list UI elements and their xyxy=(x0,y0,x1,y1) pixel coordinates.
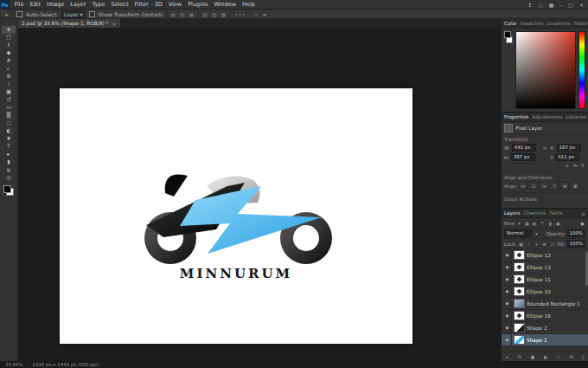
visibility-eye-icon[interactable]: ◉ xyxy=(503,298,512,309)
layer-row[interactable]: ◉ Ellipse 13 xyxy=(502,261,588,274)
brush-tool[interactable]: / xyxy=(2,81,16,88)
minimize-button[interactable]: – xyxy=(559,2,562,8)
lock-transparent-icon[interactable]: ▦ xyxy=(518,242,524,247)
opacity-field[interactable]: 100% xyxy=(567,229,585,237)
layer-row[interactable]: ◉ Rounded Rectangle 1 xyxy=(502,298,588,310)
tab-paths[interactable]: Paths xyxy=(549,210,562,216)
search-icon[interactable]: ○ xyxy=(538,2,542,8)
align-left-edges-icon[interactable]: ⊢ xyxy=(519,182,527,190)
layer-thumbnail[interactable] xyxy=(514,274,525,284)
tab-libraries[interactable]: Libraries xyxy=(566,114,586,119)
menu-edit[interactable]: Edit xyxy=(27,0,44,9)
visibility-eye-icon[interactable]: ◉ xyxy=(503,249,512,261)
visibility-eye-icon[interactable]: ◉ xyxy=(503,310,512,321)
menu-view[interactable]: View xyxy=(165,0,184,9)
filter-shape-icon[interactable]: ▮ xyxy=(547,221,553,226)
delete-layer-icon[interactable]: ▯ xyxy=(582,354,585,359)
color-swatches[interactable] xyxy=(3,185,14,196)
document-tab[interactable]: 2.psd @ 33.6% (Shape 1, RGB/8) * × xyxy=(17,19,121,28)
align-horizontal-centers-icon[interactable]: ⊥ xyxy=(529,182,538,190)
distribute-even-icon[interactable]: ▩ xyxy=(221,11,227,17)
layer-thumbnail[interactable] xyxy=(514,335,525,345)
lock-position-icon[interactable]: + xyxy=(534,242,540,247)
panel-menu-icon[interactable]: ≡ xyxy=(581,210,585,216)
filter-kind-label[interactable]: Kind xyxy=(504,221,514,226)
visibility-eye-icon[interactable]: ◉ xyxy=(503,274,512,285)
pen-tool[interactable]: ♦ xyxy=(2,135,16,143)
y-field[interactable]: 611 px xyxy=(555,153,579,161)
visibility-eye-icon[interactable]: ◉ xyxy=(503,322,512,333)
height-field[interactable]: 387 px xyxy=(511,153,535,161)
layer-style-fx-icon[interactable]: fx xyxy=(518,354,522,359)
align-left-icon[interactable]: ▤ xyxy=(170,11,176,17)
tab-channels[interactable]: Channels xyxy=(524,210,546,216)
lock-pixels-icon[interactable]: / xyxy=(526,242,532,247)
align-right-edges-icon[interactable]: ⊣ xyxy=(540,182,548,190)
layer-thumbnail[interactable] xyxy=(514,299,525,308)
layer-row[interactable]: ◉ Ellipse 10 xyxy=(502,286,588,298)
distribute-vertical-icon[interactable]: ▨ xyxy=(212,11,218,17)
filter-adjustment-icon[interactable]: ◐ xyxy=(532,221,538,226)
lock-all-icon[interactable]: ⋂ xyxy=(549,242,555,247)
distribute-horizontal-icon[interactable]: ▧ xyxy=(202,11,208,17)
hand-tool[interactable]: ψ xyxy=(2,166,16,174)
menu-image[interactable]: Image xyxy=(43,0,67,9)
blend-mode-dropdown[interactable]: Normal xyxy=(504,229,532,237)
hue-slider[interactable] xyxy=(578,31,585,109)
menu-plugins[interactable]: Plugins xyxy=(185,0,211,9)
clone-stamp-tool[interactable]: ▣ xyxy=(2,88,16,96)
filter-pixel-icon[interactable]: ▦ xyxy=(524,221,530,226)
flip-vertical-icon[interactable]: ⇅ xyxy=(580,163,585,168)
visibility-eye-icon[interactable]: ◉ xyxy=(503,334,512,345)
lock-artboard-icon[interactable]: ⊞ xyxy=(541,242,547,247)
visibility-eye-icon[interactable]: ◉ xyxy=(503,286,512,297)
healing-brush-tool[interactable]: ⊕ xyxy=(2,73,16,81)
tab-color[interactable]: Color xyxy=(504,21,517,26)
gradient-tool[interactable]: ▒ xyxy=(2,112,16,119)
layer-row-selected[interactable]: ◉ Shape 1 xyxy=(502,334,588,346)
align-vertical-centers-icon[interactable]: ≡ xyxy=(560,182,569,190)
eyedropper-tool[interactable]: ↙ xyxy=(2,65,16,73)
type-tool[interactable]: T xyxy=(2,143,16,151)
layer-row[interactable]: ◉ Ellipse 12 xyxy=(502,249,588,261)
maximize-button[interactable]: □ xyxy=(568,2,573,8)
zoom-tool[interactable]: ◎ xyxy=(2,174,16,182)
eraser-tool[interactable]: ▭ xyxy=(2,104,16,112)
marquee-tool[interactable]: □ xyxy=(2,34,16,42)
rotate-angle-icon[interactable]: ∠ xyxy=(566,163,570,168)
lasso-tool[interactable]: ℓ xyxy=(2,42,16,49)
layer-row[interactable]: ◉ Ellipse 16 xyxy=(502,310,588,322)
menu-window[interactable]: Window xyxy=(211,0,240,9)
foreground-color-swatch[interactable] xyxy=(3,185,11,193)
tab-patterns[interactable]: Patterns xyxy=(574,21,588,26)
width-field[interactable]: 491 px xyxy=(512,144,536,152)
path-selection-tool[interactable]: ▸ xyxy=(2,151,16,158)
rectangle-tool[interactable]: ▮ xyxy=(2,158,16,166)
align-top-edges-icon[interactable]: ⊤ xyxy=(550,182,559,190)
layer-row[interactable]: ◉ Ellipse 11 xyxy=(502,274,588,286)
toolbar-more-icon[interactable]: ⋯ xyxy=(2,20,16,26)
zoom-level-field[interactable]: 33.84% xyxy=(5,362,23,367)
share-icon[interactable]: ↥ xyxy=(527,2,532,8)
document-canvas[interactable]: MINNURUM xyxy=(60,88,412,344)
tab-properties[interactable]: Properties xyxy=(504,114,528,119)
adjustment-layer-icon[interactable]: ◐ xyxy=(544,354,548,359)
menu-type[interactable]: Type xyxy=(89,0,108,9)
align-bottom-edges-icon[interactable]: ≣ xyxy=(571,182,579,190)
fg-bg-color-widget[interactable] xyxy=(504,31,513,43)
filter-smart-object-icon[interactable]: ▣ xyxy=(555,221,561,226)
dodge-tool[interactable]: ◐ xyxy=(2,127,16,135)
menu-filter[interactable]: Filter xyxy=(131,0,151,9)
filter-toggle-icon[interactable]: ● xyxy=(579,221,585,226)
more-options-icon[interactable]: ••• xyxy=(234,11,246,17)
tab-gradients[interactable]: Gradients xyxy=(546,21,570,26)
history-brush-tool[interactable]: ↺ xyxy=(2,96,16,104)
crop-tool[interactable]: # xyxy=(2,57,16,65)
foreground-color-chip[interactable] xyxy=(504,31,511,38)
auto-select-checkbox[interactable] xyxy=(16,11,22,17)
menu-select[interactable]: Select xyxy=(108,0,131,9)
close-button[interactable]: × xyxy=(579,2,584,8)
x-field[interactable]: 187 px xyxy=(557,144,581,152)
saturation-brightness-picker[interactable] xyxy=(515,31,576,109)
tab-swatches[interactable]: Swatches xyxy=(521,21,544,26)
